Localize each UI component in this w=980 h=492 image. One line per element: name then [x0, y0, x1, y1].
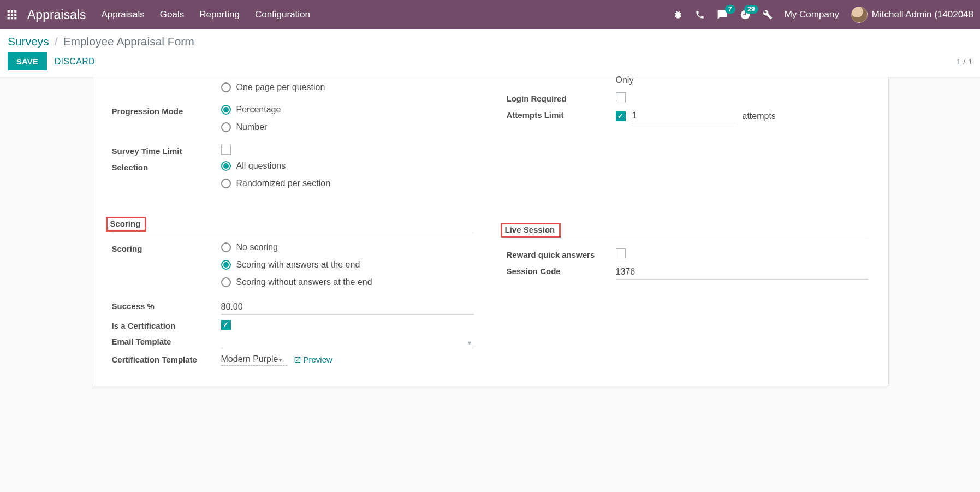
is-cert-label: Is a Certification: [112, 318, 221, 330]
radio-icon: [221, 105, 231, 115]
radio-icon: [221, 242, 231, 252]
menu-appraisals[interactable]: Appraisals: [101, 9, 144, 20]
messages-icon[interactable]: 7: [717, 9, 728, 20]
activity-badge: 29: [744, 5, 758, 14]
tools-icon[interactable]: [763, 10, 773, 20]
radio-no-scoring[interactable]: No scoring: [221, 242, 474, 252]
left-column: One page per question Progression Mode P…: [112, 76, 474, 369]
breadcrumb-current: Employee Appraisal Form: [63, 35, 194, 48]
cert-template-label: Certification Template: [112, 352, 221, 364]
nav-right: 7 29 My Company Mitchell Admin (1402048: [673, 7, 973, 23]
login-required-checkbox[interactable]: [616, 92, 626, 102]
attempts-limit-label: Attempts Limit: [507, 107, 616, 120]
reward-label: Reward quick answers: [507, 247, 616, 259]
radio-all-questions[interactable]: All questions: [221, 161, 474, 171]
radio-percentage[interactable]: Percentage: [221, 105, 474, 115]
user-menu[interactable]: Mitchell Admin (1402048: [851, 7, 973, 23]
radio-randomized[interactable]: Randomized per section: [221, 179, 474, 188]
phone-icon[interactable]: [695, 10, 705, 20]
sheet-bg: One page per question Progression Mode P…: [0, 76, 980, 386]
right-column: Only Login Required Attempts Limit attem…: [507, 76, 869, 369]
session-code-input[interactable]: [616, 265, 869, 280]
radio-scoring-without-answers[interactable]: Scoring without answers at the end: [221, 277, 474, 287]
email-template-label: Email Template: [112, 334, 221, 346]
pager[interactable]: 1 / 1: [957, 57, 972, 66]
radio-one-page-per-question[interactable]: One page per question: [221, 82, 474, 92]
radio-icon: [221, 122, 231, 132]
attempts-input[interactable]: [632, 109, 736, 123]
nav-menu: Appraisals Goals Reporting Configuration: [101, 9, 310, 20]
chevron-down-icon: ▾: [279, 357, 282, 363]
is-cert-checkbox[interactable]: [221, 320, 231, 330]
scoring-highlight: Scoring: [106, 217, 147, 232]
form-sheet: One page per question Progression Mode P…: [92, 76, 889, 386]
breadcrumb: Surveys / Employee Appraisal Form: [8, 35, 972, 48]
chevron-down-icon: ▼: [467, 340, 473, 346]
scoring-label: Scoring: [112, 241, 221, 253]
success-input[interactable]: [221, 300, 474, 315]
svg-rect-8: [14, 17, 16, 19]
cert-template-select[interactable]: Modern Purple▾: [221, 353, 288, 366]
external-link-icon: [294, 356, 301, 364]
success-label: Success %: [112, 298, 221, 311]
svg-rect-0: [8, 10, 10, 13]
radio-icon: [221, 161, 231, 171]
messages-badge: 7: [725, 5, 735, 14]
radio-scoring-with-answers[interactable]: Scoring with answers at the end: [221, 260, 474, 270]
menu-configuration[interactable]: Configuration: [255, 9, 310, 20]
radio-icon: [221, 179, 231, 188]
activity-icon[interactable]: 29: [740, 9, 751, 20]
svg-rect-5: [14, 14, 16, 16]
live-session-highlight: Live Session: [501, 223, 561, 238]
save-button[interactable]: SAVE: [8, 52, 47, 70]
radio-icon: [221, 82, 231, 92]
svg-rect-3: [8, 14, 10, 16]
company-switcher[interactable]: My Company: [785, 9, 839, 20]
session-code-label: Session Code: [507, 263, 616, 276]
radio-icon: [221, 277, 231, 287]
time-limit-label: Survey Time Limit: [112, 143, 221, 156]
apps-icon[interactable]: [7, 9, 17, 20]
top-nav: Appraisals Appraisals Goals Reporting Co…: [0, 0, 980, 29]
discard-button[interactable]: DISCARD: [55, 57, 95, 67]
scoring-section-header: Scoring: [112, 216, 474, 233]
attempts-suffix: attempts: [743, 111, 776, 121]
menu-goals[interactable]: Goals: [160, 9, 184, 20]
svg-rect-4: [11, 14, 13, 16]
user-name: Mitchell Admin (1402048: [872, 9, 973, 20]
truncated-only: Only: [616, 75, 869, 85]
bug-icon[interactable]: [673, 10, 683, 20]
preview-link[interactable]: Preview: [294, 355, 332, 364]
svg-rect-1: [11, 10, 13, 13]
live-session-header: Live Session: [507, 222, 869, 239]
login-required-label: Login Required: [507, 91, 616, 103]
email-template-dropdown[interactable]: ▼: [221, 335, 474, 348]
radio-icon: [221, 260, 231, 270]
breadcrumb-sep: /: [55, 35, 58, 48]
menu-reporting[interactable]: Reporting: [199, 9, 240, 20]
svg-rect-7: [11, 17, 13, 19]
reward-checkbox[interactable]: [616, 248, 626, 258]
control-panel: Surveys / Employee Appraisal Form SAVE D…: [0, 29, 980, 76]
time-limit-checkbox[interactable]: [221, 145, 231, 155]
avatar: [851, 7, 868, 23]
svg-rect-6: [8, 17, 10, 19]
app-title[interactable]: Appraisals: [27, 8, 86, 22]
progression-mode-label: Progression Mode: [112, 103, 221, 116]
attempts-limit-checkbox[interactable]: [616, 111, 626, 121]
selection-label: Selection: [112, 159, 221, 172]
breadcrumb-parent[interactable]: Surveys: [8, 35, 49, 48]
radio-number[interactable]: Number: [221, 122, 474, 132]
svg-rect-2: [14, 10, 16, 13]
